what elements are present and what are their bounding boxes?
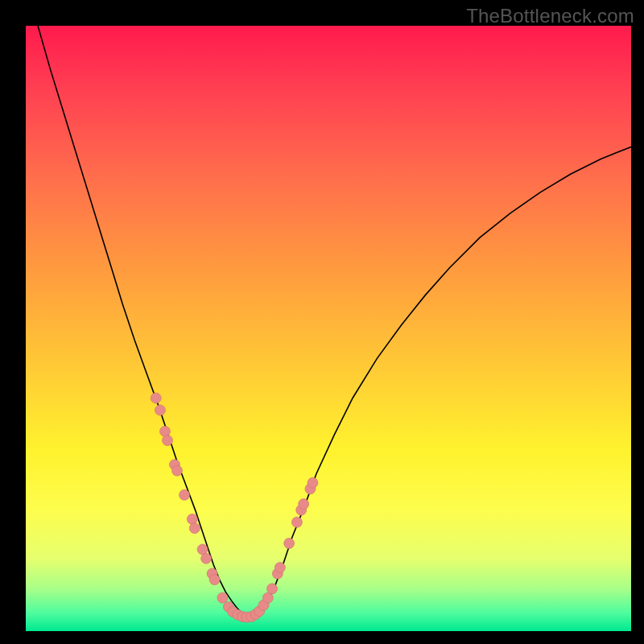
data-point: [299, 499, 309, 510]
data-point: [217, 592, 228, 603]
data-point: [209, 575, 220, 585]
chart-frame: [26, 26, 631, 631]
data-point: [308, 477, 318, 488]
data-point: [284, 538, 295, 548]
data-point: [172, 465, 183, 476]
data-point: [151, 393, 161, 403]
data-point: [275, 563, 285, 573]
data-point: [189, 523, 200, 534]
data-point: [159, 426, 170, 436]
data-point: [162, 436, 172, 446]
data-point: [155, 405, 165, 415]
watermark-text: TheBottleneck.com: [466, 5, 634, 27]
data-point: [201, 553, 212, 564]
data-point: [267, 584, 278, 594]
chart-svg: [26, 26, 631, 631]
data-point: [180, 489, 190, 500]
bottleneck-curve: [38, 26, 631, 619]
data-point: [187, 514, 197, 524]
data-point: [291, 517, 302, 527]
data-markers: [151, 393, 318, 622]
